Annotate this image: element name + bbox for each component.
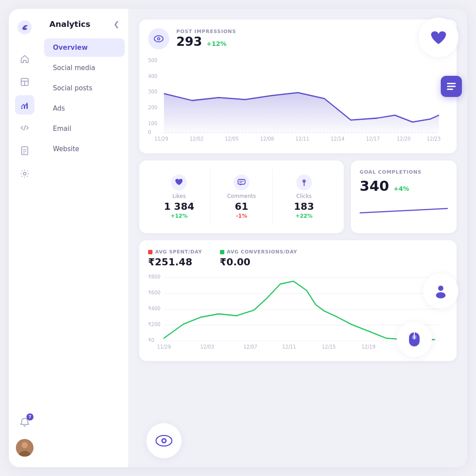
svg-text:12/07: 12/07 [243,343,257,350]
goal-sparkline [360,200,448,217]
svg-rect-5 [24,106,25,109]
nav-icon-analytics[interactable] [15,95,34,115]
comments-icon [234,175,249,190]
svg-text:12/14: 12/14 [331,136,345,142]
svg-text:12/03: 12/03 [200,343,214,350]
svg-text:₹600: ₹600 [148,289,160,295]
nav-icon-code[interactable] [15,118,34,138]
likes-icon [171,175,187,190]
svg-point-12 [23,172,26,175]
svg-text:300: 300 [148,89,157,95]
svg-text:200: 200 [148,104,157,111]
sidebar-item-social-media[interactable]: Social media [44,59,125,77]
likes-change: +12% [171,213,188,219]
svg-rect-4 [21,108,22,109]
svg-point-17 [436,292,446,298]
deco-mouse-circle [397,322,432,357]
svg-point-16 [438,286,443,291]
svg-text:₹0: ₹0 [148,337,154,343]
svg-text:12/17: 12/17 [366,136,380,142]
clicks-icon [296,175,312,190]
goal-change: +4% [394,185,409,192]
impressions-card: POST IMPRESSIONS 293 +12% 500 400 300 20… [139,19,457,153]
goal-card: GOAL COMPLETIONS 340 +4% [351,160,457,233]
sidebar-item-website[interactable]: Website [44,140,125,158]
likes-label: Likes [172,193,186,199]
svg-text:11/29: 11/29 [157,343,171,350]
goal-value: 340 [360,178,389,194]
svg-text:12/08: 12/08 [260,136,274,142]
stat-clicks: Clicks 183 +22% [273,169,335,224]
svg-text:11/29: 11/29 [154,136,168,142]
nav-icon-doc[interactable] [15,141,34,160]
svg-rect-44 [447,86,456,87]
deco-heart-circle [419,18,458,57]
icon-sidebar: 7 [9,9,41,467]
impressions-icon [148,28,169,49]
avg-conversions-value: ₹0.00 [220,257,298,268]
svg-text:12/02: 12/02 [190,136,204,142]
svg-point-26 [158,38,160,40]
svg-text:100: 100 [148,120,157,126]
stat-likes: Likes 1 384 +12% [148,169,211,224]
app-logo [17,19,33,37]
middle-row: Likes 1 384 +12% [139,160,457,233]
sidebar-item-overview[interactable]: Overview [44,38,125,57]
impressions-change: +12% [206,40,226,47]
svg-text:0: 0 [148,129,151,135]
sidebar-item-social-posts[interactable]: Social posts [44,79,125,97]
bottom-chart-header: AVG SPENT/DAY ₹251.48 AVG CONVERSIONS/DA… [148,249,448,268]
impressions-value-row: 293 +12% [176,34,236,49]
sidebar-item-email[interactable]: Email [44,119,125,138]
main-content: POST IMPRESSIONS 293 +12% 500 400 300 20… [129,9,467,467]
svg-text:12/15: 12/15 [322,343,336,350]
sidebar-title: Analytics ❮ [41,19,128,37]
impressions-label: POST IMPRESSIONS [176,29,236,34]
stat-comments: Comments 61 -1% [211,169,273,224]
avg-conversions-legend: AVG CONVERSIONS/DAY ₹0.00 [220,249,298,268]
stats-row: Likes 1 384 +12% [148,169,335,224]
svg-text:12/20: 12/20 [397,136,411,142]
svg-rect-20 [412,335,416,339]
impressions-value: 293 [176,34,202,49]
sidebar-item-ads[interactable]: Ads [44,99,125,118]
nav-icon-settings[interactable] [15,164,34,183]
svg-point-14 [22,442,28,448]
svg-point-50 [303,180,305,182]
user-avatar[interactable] [16,439,33,457]
impressions-chart: 500 400 300 200 100 0 [148,56,448,145]
goal-label: GOAL COMPLETIONS [360,169,448,175]
svg-line-7 [24,125,26,130]
svg-text:500: 500 [148,57,157,64]
collapse-button[interactable]: ❮ [114,20,119,28]
svg-text:₹800: ₹800 [148,273,160,279]
svg-text:₹200: ₹200 [148,321,160,327]
impressions-header: POST IMPRESSIONS 293 +12% [148,28,448,49]
stats-card: Likes 1 384 +12% [139,160,344,233]
notification-badge-count: 7 [26,413,33,420]
avg-spent-dot [148,250,152,254]
svg-text:12/11: 12/11 [295,136,309,142]
svg-text:₹400: ₹400 [148,305,160,311]
svg-text:12/19: 12/19 [361,343,376,350]
avg-spent-legend: AVG SPENT/DAY ₹251.48 [148,249,202,268]
avg-spent-value: ₹251.48 [148,257,202,268]
notification-bell[interactable]: 7 [15,413,34,432]
chat-fab-button[interactable] [441,76,462,97]
deco-person-circle [423,273,458,309]
clicks-value: 183 [294,201,314,212]
nav-icon-table[interactable] [15,72,34,92]
svg-point-23 [163,439,165,442]
nav-icon-home[interactable] [15,49,34,69]
svg-text:400: 400 [148,73,157,79]
svg-rect-6 [26,104,28,109]
nav-sidebar: Analytics ❮ Overview Social media Social… [41,9,129,467]
clicks-label: Clicks [296,193,312,199]
comments-value: 61 [235,201,249,212]
clicks-change: +22% [295,213,312,219]
svg-text:12/11: 12/11 [282,343,296,350]
likes-value: 1 384 [164,201,194,212]
svg-rect-45 [447,89,453,90]
app-container: 7 Analytics ❮ Overview Social media Soci… [9,9,467,467]
svg-rect-46 [238,179,245,184]
